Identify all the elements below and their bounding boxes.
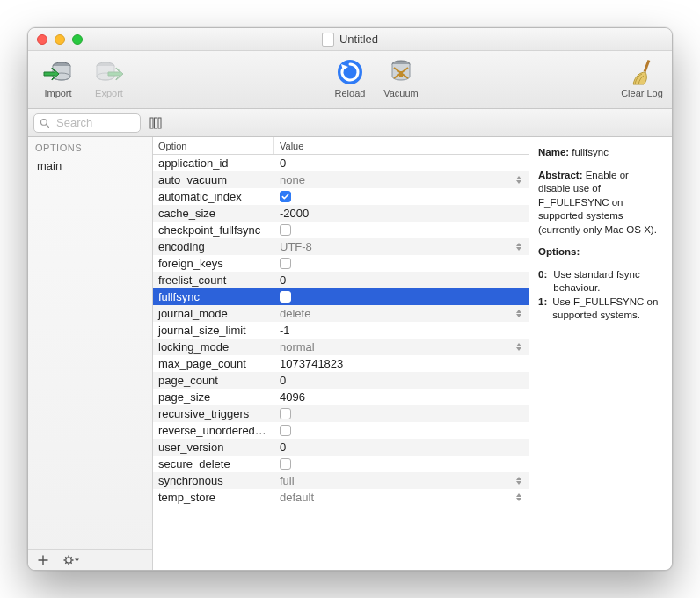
checkbox[interactable] bbox=[280, 258, 291, 269]
table-row[interactable]: page_count0 bbox=[153, 372, 529, 389]
option-value-cell[interactable]: normal bbox=[274, 340, 529, 354]
option-value-cell[interactable]: 4096 bbox=[274, 390, 529, 404]
checkbox[interactable] bbox=[280, 224, 291, 236]
option-value-cell[interactable]: full bbox=[274, 474, 529, 487]
zoom-window-button[interactable] bbox=[72, 34, 83, 45]
vacuum-button[interactable]: Vacuum bbox=[378, 55, 424, 98]
option-value-cell[interactable] bbox=[274, 191, 529, 202]
select-stepper-icon[interactable] bbox=[513, 474, 525, 488]
option-name: recursive_triggers bbox=[153, 407, 274, 420]
table-row[interactable]: max_page_count1073741823 bbox=[153, 355, 529, 372]
table-row[interactable]: locking_modenormal bbox=[153, 339, 529, 355]
search-icon bbox=[40, 118, 50, 128]
option-value-cell[interactable]: 1073741823 bbox=[274, 357, 529, 370]
table-header: Option Value bbox=[153, 137, 529, 155]
table-row[interactable]: cache_size-2000 bbox=[153, 205, 529, 222]
option-name: reverse_unordered… bbox=[153, 424, 274, 437]
table-row[interactable]: checkpoint_fullfsync bbox=[153, 222, 529, 238]
option-value-cell[interactable]: none bbox=[274, 173, 529, 186]
option-value-cell[interactable] bbox=[274, 458, 529, 470]
columns-toggle-button[interactable] bbox=[146, 113, 165, 133]
checkbox[interactable] bbox=[280, 191, 291, 202]
option-value-cell[interactable] bbox=[274, 425, 529, 436]
import-button[interactable]: Import bbox=[35, 55, 81, 98]
option-value-cell[interactable] bbox=[274, 224, 529, 236]
table-row[interactable]: foreign_keys bbox=[153, 255, 529, 272]
option-value-cell[interactable]: -1 bbox=[274, 324, 529, 337]
table-row[interactable]: journal_modedelete bbox=[153, 305, 529, 322]
checkbox[interactable] bbox=[280, 458, 291, 470]
actions-menu-button[interactable] bbox=[62, 551, 81, 569]
add-button[interactable] bbox=[33, 551, 53, 569]
select-stepper-icon[interactable] bbox=[513, 307, 525, 321]
option-value-cell[interactable]: 0 bbox=[274, 441, 529, 454]
vacuum-label: Vacuum bbox=[383, 88, 419, 98]
checkbox[interactable] bbox=[280, 291, 291, 303]
detail-abstract: Abstract: Enable or disable use of F_FUL… bbox=[538, 169, 663, 237]
option-name: synchronous bbox=[153, 474, 274, 487]
table-row[interactable]: automatic_index bbox=[153, 188, 529, 205]
option-name: locking_mode bbox=[153, 340, 274, 354]
option-value-cell[interactable]: -2000 bbox=[274, 207, 529, 220]
option-value-cell[interactable]: 0 bbox=[274, 374, 529, 387]
toolbar: Import Export bbox=[28, 51, 672, 109]
option-value-cell[interactable]: UTF-8 bbox=[274, 240, 529, 253]
window-title-text: Untitled bbox=[339, 33, 378, 46]
sidebar-item-main[interactable]: main bbox=[28, 157, 152, 175]
table-row[interactable]: temp_storedefault bbox=[153, 489, 529, 506]
table-row[interactable]: secure_delete bbox=[153, 456, 529, 472]
option-value-cell[interactable] bbox=[274, 291, 529, 303]
table-row[interactable]: application_id0 bbox=[153, 155, 529, 171]
clear-log-button[interactable]: Clear Log bbox=[619, 55, 665, 98]
option-value-cell[interactable] bbox=[274, 408, 529, 419]
titlebar: Untitled bbox=[28, 28, 672, 51]
table-row[interactable]: encodingUTF-8 bbox=[153, 238, 529, 255]
table-row[interactable]: synchronousfull bbox=[153, 472, 529, 489]
search-input[interactable] bbox=[55, 115, 125, 130]
select-value: default bbox=[280, 491, 314, 504]
close-window-button[interactable] bbox=[37, 34, 47, 45]
table-row[interactable]: auto_vacuumnone bbox=[153, 171, 529, 188]
table-row[interactable]: freelist_count0 bbox=[153, 272, 529, 288]
table-row[interactable]: journal_size_limit-1 bbox=[153, 322, 529, 339]
option-name: secure_delete bbox=[153, 457, 274, 470]
column-header-option[interactable]: Option bbox=[153, 137, 274, 154]
column-header-value[interactable]: Value bbox=[274, 137, 529, 154]
app-window: Untitled Import bbox=[27, 27, 673, 571]
broom-icon bbox=[624, 55, 660, 90]
select-value: none bbox=[280, 173, 305, 186]
select-stepper-icon[interactable] bbox=[513, 173, 525, 187]
select-stepper-icon[interactable] bbox=[513, 340, 525, 354]
option-name: page_size bbox=[153, 390, 274, 404]
detail-option-1: 1:Use F_FULLFSYNC on supported systems. bbox=[538, 295, 663, 323]
option-value-cell[interactable]: delete bbox=[274, 307, 529, 320]
option-value-cell[interactable]: 0 bbox=[274, 157, 529, 170]
checkbox[interactable] bbox=[280, 408, 291, 419]
toolbar-group-left: Import Export bbox=[35, 55, 132, 98]
table-row[interactable]: user_version0 bbox=[153, 439, 529, 456]
select-stepper-icon[interactable] bbox=[513, 240, 525, 254]
number-value: 1073741823 bbox=[280, 357, 343, 370]
toolbar-group-center: Reload Vacuum bbox=[327, 55, 424, 98]
svg-rect-12 bbox=[158, 118, 161, 128]
option-value-cell[interactable]: default bbox=[274, 491, 529, 504]
option-name: page_count bbox=[153, 374, 274, 387]
option-name: checkpoint_fullfsync bbox=[153, 223, 274, 237]
table-body: application_id0auto_vacuumnoneautomatic_… bbox=[153, 155, 529, 570]
select-stepper-icon[interactable] bbox=[513, 491, 525, 505]
export-button[interactable]: Export bbox=[86, 55, 132, 98]
number-value: -2000 bbox=[280, 207, 309, 220]
reload-icon bbox=[332, 55, 368, 90]
option-value-cell[interactable]: 0 bbox=[274, 273, 529, 287]
table-row[interactable]: page_size4096 bbox=[153, 389, 529, 405]
select-value: normal bbox=[280, 340, 315, 354]
search-field[interactable] bbox=[33, 113, 141, 133]
option-value-cell[interactable] bbox=[274, 258, 529, 269]
table-row[interactable]: reverse_unordered… bbox=[153, 422, 529, 439]
table-row[interactable]: fullfsync bbox=[153, 288, 529, 305]
option-name: freelist_count bbox=[153, 273, 274, 287]
checkbox[interactable] bbox=[280, 425, 291, 436]
reload-button[interactable]: Reload bbox=[327, 55, 373, 98]
table-row[interactable]: recursive_triggers bbox=[153, 405, 529, 422]
minimize-window-button[interactable] bbox=[55, 34, 65, 45]
